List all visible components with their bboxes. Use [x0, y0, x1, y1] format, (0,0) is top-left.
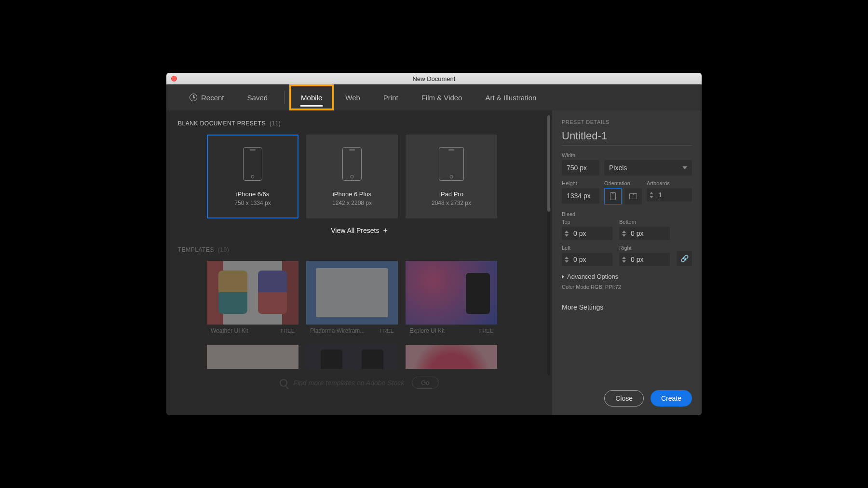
advanced-options-toggle[interactable]: Advanced Options [562, 273, 692, 280]
window-close-button[interactable] [171, 76, 177, 81]
tab-art-illustration[interactable]: Art & Illustration [474, 84, 548, 110]
landscape-icon [629, 193, 637, 199]
template-price: FREE [380, 328, 394, 334]
template-card[interactable] [207, 345, 298, 369]
view-all-label: View All Presets [331, 227, 379, 234]
presets-heading: BLANK DOCUMENT PRESETS (11) [178, 120, 541, 127]
template-name: Weather UI Kit [211, 327, 248, 334]
search-row: Find more templates on Adobe Stock Go [178, 377, 541, 389]
template-price: FREE [281, 328, 295, 334]
preset-iphone-6[interactable]: iPhone 6/6s 750 x 1334 px [207, 135, 298, 218]
templates-row-2 [207, 345, 541, 369]
preset-details-heading: PRESET DETAILS [562, 119, 692, 125]
color-mode-text: Color Mode:RGB, PPI:72 [562, 284, 692, 290]
orientation-portrait[interactable] [604, 188, 622, 204]
create-button[interactable]: Create [651, 390, 692, 407]
traffic-lights [171, 76, 177, 81]
template-thumbnail [207, 345, 298, 369]
bleed-top-input[interactable]: 0 px [562, 227, 612, 240]
templates-heading: TEMPLATES (19) [178, 246, 541, 253]
phone-icon [342, 147, 362, 181]
tab-mobile-label: Mobile [301, 94, 322, 102]
template-card[interactable] [306, 345, 398, 369]
tablet-icon [439, 147, 464, 181]
template-thumbnail [207, 261, 298, 325]
tab-recent-label: Recent [201, 94, 224, 102]
link-bleed-button[interactable]: 🔗 [677, 251, 692, 266]
search-icon [280, 379, 287, 387]
units-select[interactable]: Pixels [604, 160, 692, 176]
bleed-label: Bleed [562, 211, 692, 217]
orientation-landscape[interactable] [624, 188, 642, 204]
bleed-grid: Top 0 px Bottom 0 px Left 0 px Right 0 p… [562, 219, 692, 266]
tab-saved[interactable]: Saved [236, 84, 280, 110]
bleed-left-label: Left [562, 245, 612, 251]
search-input[interactable]: Find more templates on Adobe Stock [280, 379, 404, 387]
new-document-window: New Document Recent Saved Mobile Web Pri… [166, 73, 702, 415]
document-name-field[interactable]: Untitled-1 [562, 130, 692, 146]
up-arrow-icon [650, 192, 653, 194]
chevron-right-icon [562, 275, 564, 279]
advanced-label: Advanced Options [567, 273, 618, 280]
preset-ipad-pro[interactable]: iPad Pro 2048 x 2732 px [406, 135, 497, 218]
template-thumbnail [406, 345, 497, 369]
templates-section: TEMPLATES (19) Weather UI Kit FREE [178, 246, 541, 389]
presets-heading-text: BLANK DOCUMENT PRESETS [178, 120, 266, 127]
template-card[interactable]: Weather UI Kit FREE [207, 261, 298, 337]
preset-iphone-6-plus[interactable]: iPhone 6 Plus 1242 x 2208 px [306, 135, 398, 218]
height-label: Height [562, 180, 599, 186]
templates-count: (19) [218, 246, 229, 253]
preset-dims: 750 x 1334 px [234, 200, 271, 206]
chevron-down-icon [682, 166, 687, 169]
presets-count: (11) [270, 120, 281, 127]
height-input[interactable]: 1334 px [562, 188, 599, 203]
template-label-row: Platforma Wirefram... FREE [306, 325, 398, 337]
template-thumbnail [406, 261, 497, 325]
templates-heading-text: TEMPLATES [178, 246, 214, 253]
scrollbar-thumb[interactable] [547, 115, 550, 212]
spinner-arrows[interactable] [647, 191, 656, 199]
units-value: Pixels [609, 164, 627, 172]
tab-film-video[interactable]: Film & Video [410, 84, 474, 110]
portrait-icon [610, 192, 616, 200]
bleed-right-input[interactable]: 0 px [619, 253, 670, 266]
separator [284, 91, 285, 104]
template-label-row: Explore UI Kit FREE [406, 325, 497, 337]
preset-title: iPhone 6 Plus [333, 190, 371, 198]
template-name: Platforma Wirefram... [310, 327, 365, 334]
go-button[interactable]: Go [412, 377, 438, 389]
category-tabs: Recent Saved Mobile Web Print Film & Vid… [166, 84, 702, 110]
bleed-right-label: Right [619, 245, 670, 251]
down-arrow-icon [650, 196, 653, 198]
tab-art-label: Art & Illustration [485, 94, 536, 102]
templates-row: Weather UI Kit FREE Platforma Wirefram..… [207, 261, 541, 337]
artboards-value: 1 [656, 188, 680, 202]
view-all-presets[interactable]: View All Presets + [178, 226, 541, 235]
tab-saved-label: Saved [247, 94, 268, 102]
search-placeholder: Find more templates on Adobe Stock [293, 379, 404, 387]
template-card[interactable] [406, 345, 497, 369]
tab-print[interactable]: Print [372, 84, 410, 110]
tab-web[interactable]: Web [334, 84, 372, 110]
template-price: FREE [479, 328, 493, 334]
preset-dims: 1242 x 2208 px [332, 200, 372, 206]
plus-icon: + [383, 226, 387, 235]
width-input[interactable]: 750 px [562, 160, 599, 176]
bleed-bottom-input[interactable]: 0 px [619, 227, 670, 240]
tab-recent[interactable]: Recent [178, 84, 236, 110]
template-card[interactable]: Explore UI Kit FREE [406, 261, 497, 337]
bleed-left-input[interactable]: 0 px [562, 253, 612, 266]
tab-mobile[interactable]: Mobile [289, 84, 334, 110]
clock-icon [190, 94, 197, 101]
artboards-label: Artboards [647, 180, 692, 186]
width-label: Width [562, 152, 692, 158]
main-panel: BLANK DOCUMENT PRESETS (11) iPhone 6/6s … [166, 110, 552, 415]
preset-dims: 2048 x 2732 px [432, 200, 471, 206]
artboards-input[interactable]: 1 [647, 188, 692, 202]
more-settings[interactable]: More Settings [562, 303, 692, 311]
bleed-bottom-label: Bottom [619, 219, 670, 225]
preset-title: iPad Pro [439, 190, 463, 198]
window-title: New Document [413, 75, 456, 82]
close-button[interactable]: Close [604, 390, 644, 407]
template-card[interactable]: Platforma Wirefram... FREE [306, 261, 398, 337]
